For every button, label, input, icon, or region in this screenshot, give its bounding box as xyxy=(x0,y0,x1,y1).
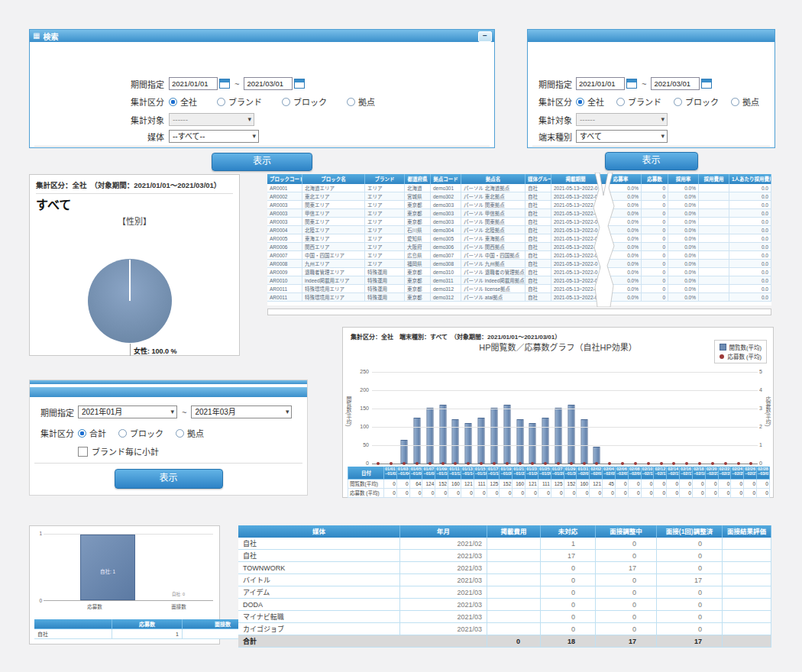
cell: 0 xyxy=(422,489,435,498)
cell xyxy=(487,599,541,611)
cell: demo312 xyxy=(431,293,461,302)
y-tick-0: 0 xyxy=(34,598,42,603)
column-header: 面接調整中 xyxy=(596,525,657,538)
cell: 2021/03 xyxy=(400,550,487,562)
brand-subtotal-checkbox[interactable] xyxy=(78,447,88,457)
cell: 0 xyxy=(642,209,668,218)
radio-circle[interactable] xyxy=(176,429,184,438)
radio-option[interactable]: 合計 xyxy=(78,427,106,439)
radio-circle[interactable] xyxy=(169,98,177,106)
cell: 0 xyxy=(487,635,541,648)
cell: 0 xyxy=(590,489,603,498)
minimize-button[interactable]: − xyxy=(478,31,492,42)
period-from-input[interactable] xyxy=(169,77,218,90)
group-label: 集計区分 xyxy=(30,427,74,439)
cell: 2021/03 xyxy=(400,611,487,623)
calendar-icon[interactable] xyxy=(701,79,712,89)
left-axis-tick: 50 xyxy=(351,442,369,447)
cell: 0 xyxy=(642,234,668,243)
media-select[interactable]: --すべて-- xyxy=(169,130,259,143)
column-header: 媒体グループ名 xyxy=(526,174,551,184)
applications-point xyxy=(698,462,701,465)
cell: 152 xyxy=(500,480,513,489)
table-row: カイゴジョブ2021/03000 xyxy=(238,623,771,635)
calendar-icon[interactable] xyxy=(294,79,305,89)
cell: 17 xyxy=(657,635,723,648)
device-select[interactable]: すべて xyxy=(576,130,668,143)
cell xyxy=(723,586,771,599)
calendar-icon[interactable] xyxy=(219,79,230,89)
radio-option[interactable]: 全社 xyxy=(576,95,604,108)
radio-circle[interactable] xyxy=(616,98,625,106)
show-button[interactable]: 表示 xyxy=(605,152,698,170)
table-row: AR0011特殊環境用エリア特殊運用東京都demo312パーソル license… xyxy=(267,285,771,293)
period-to-input[interactable] xyxy=(651,77,700,90)
cell xyxy=(699,201,729,209)
radio-circle[interactable] xyxy=(674,98,682,106)
table-row: バイトル2021/030017 xyxy=(238,574,771,586)
radio-circle[interactable] xyxy=(576,98,584,106)
chart-column xyxy=(681,372,694,464)
cell: エリア xyxy=(365,192,405,201)
calendar-icon[interactable] xyxy=(626,79,637,89)
radio-circle[interactable] xyxy=(347,98,355,106)
target-select[interactable]: ------ xyxy=(169,113,254,126)
cell: 1 xyxy=(541,538,596,550)
cell: 0 xyxy=(397,480,410,489)
gridline xyxy=(372,427,758,428)
cell xyxy=(699,192,729,201)
radio-option[interactable]: ブランド xyxy=(217,95,262,108)
radio-option[interactable]: 拠点 xyxy=(731,95,759,108)
column-header: 面接(1回)調整済 xyxy=(657,525,723,538)
bar xyxy=(401,440,408,464)
right-axis-tick: 5 xyxy=(759,369,768,374)
radio-circle[interactable] xyxy=(118,429,127,438)
chart-column xyxy=(577,372,590,464)
radio-option[interactable]: 全社 xyxy=(169,95,197,108)
cell: 特殊運用 xyxy=(365,276,405,285)
cell xyxy=(699,276,729,285)
data-table-header-row: 日付01/01 ~01/0201/03 ~01/0401/05 ~01/0601… xyxy=(348,467,770,480)
media-label: 媒体 xyxy=(30,131,164,143)
cell: 0 xyxy=(596,574,657,586)
row-label: 閲覧数(平均) xyxy=(348,480,384,489)
column-header: 02/24 ~02/25 xyxy=(731,467,744,480)
radio-option[interactable]: ブロック xyxy=(118,427,163,439)
radio-circle[interactable] xyxy=(282,98,290,106)
device-label: 端末種別 xyxy=(528,131,572,143)
radio-circle[interactable] xyxy=(217,98,225,106)
radio-option[interactable]: ブロック xyxy=(674,95,719,108)
bar xyxy=(580,419,587,464)
cell: 125 xyxy=(487,480,500,489)
radio-circle[interactable] xyxy=(78,429,86,438)
table-row: DODA2021/03000 xyxy=(238,599,771,611)
radio-circle[interactable] xyxy=(731,98,739,106)
target-select[interactable]: ------ xyxy=(576,113,668,126)
right-axis-tick: 4 xyxy=(759,387,768,393)
cell: 甲信エリア xyxy=(302,209,365,218)
cell: demo302 xyxy=(431,192,461,201)
month-to-select[interactable]: 2021年03月 xyxy=(191,405,292,418)
cell: 0 xyxy=(642,285,668,293)
radio-option[interactable]: ブロック xyxy=(282,95,327,108)
month-from-select[interactable]: 2021年01月 xyxy=(78,405,177,418)
period-from-input[interactable] xyxy=(576,77,625,90)
bar xyxy=(490,408,497,464)
show-button[interactable]: 表示 xyxy=(212,153,312,171)
show-button[interactable]: 表示 xyxy=(115,469,223,489)
radio-option[interactable]: 拠点 xyxy=(176,427,204,439)
period-to-input[interactable] xyxy=(244,77,293,90)
column-header: 02/16 ~02/17 xyxy=(680,467,693,480)
cell: demo304 xyxy=(431,226,461,234)
cell: 東京都 xyxy=(405,285,431,293)
cell: 北陸エリア xyxy=(302,226,365,234)
column-header: 01/19 ~01/20 xyxy=(500,467,513,480)
radio-option[interactable]: 拠点 xyxy=(347,95,375,108)
cell: 64 xyxy=(410,480,423,489)
cell: 0 xyxy=(654,480,667,489)
radio-option[interactable]: ブランド xyxy=(616,95,661,108)
table-row: AR0007中国・四国エリアエリア広島県demo307パーソル 中国・四国拠点自… xyxy=(267,251,771,260)
chart-column xyxy=(513,372,526,464)
cell: パーソル 東北拠点 xyxy=(461,192,526,201)
cell: demo303 xyxy=(431,209,461,218)
